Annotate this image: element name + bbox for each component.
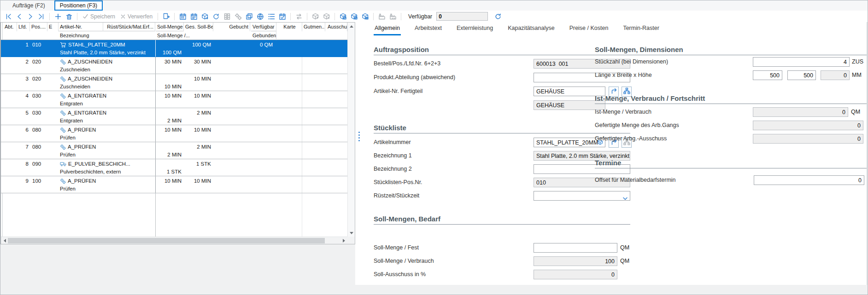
col-header-ausschuss[interactable]: Ausschu... [326, 23, 347, 31]
cell-artikel: E_PULVER_BESCHICH... [59, 160, 155, 168]
table-vertical-scrollbar[interactable] [347, 23, 355, 237]
box-lock-3-icon[interactable] [360, 12, 370, 21]
gefertigte-menge-field: 0 [753, 121, 863, 130]
scrollbar-thumb[interactable] [8, 238, 325, 243]
table-row[interactable]: 4 030 A_ENTGRATEN 10 MIN 10 MIN Entgrate… [1, 91, 347, 108]
table-row[interactable]: 6 080 A_PRÜFEN 10 MIN 10 MIN Prüfen [1, 125, 347, 142]
bestell-label: Bestell/Pos./Lfd.Nr. 6+2+3 [374, 60, 440, 67]
box-lock-1-icon[interactable] [338, 12, 348, 21]
list-details-icon[interactable] [266, 12, 276, 21]
col-header-gutmenge[interactable]: Gutmen... [302, 23, 325, 31]
table-row[interactable]: 7 080 A_PRÜFEN 2 MIN Prüfen 2 MIN [1, 142, 347, 159]
col-header-ges-soll-bed[interactable]: Ges. Soll-Bed... [184, 23, 213, 31]
tab-preise-kosten[interactable]: Preise / Kosten [569, 24, 610, 35]
scroll-right-icon[interactable] [340, 237, 347, 244]
artikel-text: STAHL_PLATTE_20MM [68, 40, 125, 49]
table-row[interactable]: 2 020 A_ZUSCHNEIDEN 30 MIN 30 MIN Zuschn… [1, 57, 347, 74]
tab-auftraege[interactable]: Aufträge (F2) [7, 0, 51, 11]
col-header-gebunden[interactable]: Gebunden [251, 31, 276, 40]
factory-2-icon[interactable] [388, 12, 398, 21]
col-header-artikel[interactable]: Artikel-Nr. [59, 23, 103, 31]
soll-menge-fest-field[interactable] [534, 243, 617, 253]
table-row[interactable]: 9 100 A_PRÜFEN 10 MIN 10 MIN Prüfen [1, 176, 347, 193]
table-row[interactable]: 8 090 E_PULVER_BESCHICH... 1 STK Pulverb… [1, 159, 347, 176]
first-record-button[interactable] [3, 12, 13, 21]
sync-icon[interactable] [211, 12, 221, 21]
box-adjust-icon[interactable] [311, 12, 320, 21]
gears-icon [60, 144, 66, 150]
col-header-abt[interactable]: Abt. [3, 23, 17, 31]
col-header-bezeichnung[interactable]: Bezeichnung [59, 31, 155, 40]
tab-externleistung[interactable]: Externleistung [456, 24, 494, 35]
section-heading-auftragsposition: Auftragsposition [374, 46, 630, 55]
gears-process-icon[interactable] [233, 12, 243, 21]
verfuegbar-label: Verfügbar [408, 13, 432, 20]
cell-ges-soll-bed: 100 QM [184, 40, 212, 49]
table-row[interactable]: 5 030 A_ENTGRATEN 2 MIN Entgraten 2 MIN [1, 108, 347, 125]
cell-lfd: 4 [17, 92, 30, 100]
copy-document-icon[interactable] [161, 12, 171, 21]
col-header-soll-menge[interactable]: Soll-Menge /... [156, 31, 202, 40]
add-button[interactable] [53, 12, 63, 21]
previous-record-button[interactable] [14, 12, 24, 21]
cell-soll-menge-fix: 10 MIN [156, 177, 183, 185]
globe-package-icon[interactable] [255, 12, 265, 21]
discard-button[interactable]: Verwerfen [118, 13, 154, 20]
cell-soll-menge-fix: 30 MIN [156, 58, 183, 66]
cell-bezeichnung: Prüfen [59, 185, 155, 193]
col-header-pos[interactable]: Pos.... [30, 23, 47, 31]
toolbar-separator [373, 13, 374, 20]
gears-icon [60, 76, 66, 82]
delete-button[interactable] [64, 12, 74, 21]
last-record-button[interactable] [36, 12, 46, 21]
box-lock-2-icon[interactable] [349, 12, 359, 21]
offset-materialbedarfstermin-field[interactable]: 0 [754, 175, 864, 185]
ruestzeit-dropdown[interactable] [534, 191, 630, 201]
offset-materialbedarfstermin-label: Offset für Materialbedarfstermin [595, 177, 676, 183]
breite-field[interactable]: 500 [787, 70, 816, 80]
scroll-down-icon[interactable] [348, 229, 355, 237]
toolbar-separator [158, 13, 158, 20]
col-header-e[interactable]: E [47, 23, 59, 31]
refresh-icon[interactable] [493, 12, 503, 21]
table-row[interactable]: 3 020 A_ZUSCHNEIDEN 10 MIN Zuschneiden 1… [1, 74, 347, 91]
laenge-field[interactable]: 500 [753, 70, 782, 80]
col-header-verfuegbar[interactable]: Verfügbar [251, 23, 276, 31]
cards-stack-icon[interactable] [244, 12, 254, 21]
gears-icon [60, 110, 66, 116]
chevron-down-icon[interactable] [622, 194, 628, 202]
verfuegbar-input[interactable]: 0 [436, 12, 488, 21]
tab-allgemein[interactable]: Allgemein [374, 24, 401, 35]
save-button[interactable]: Speichern [81, 13, 117, 20]
tab-positionen[interactable]: Positionen (F3) [54, 0, 103, 11]
scroll-up-icon[interactable] [348, 23, 355, 30]
table-row[interactable]: 1 010 STAHL_PLATTE_20MM 100 QM 0 QM Stah… [1, 40, 347, 57]
cell-soll-menge [156, 185, 183, 193]
archive-cabinet-icon[interactable] [222, 12, 232, 21]
panel-splitter[interactable] [355, 22, 363, 285]
tab-kapazitaetsanalyse[interactable]: Kapazitätsanalyse [507, 24, 555, 35]
col-header-gebucht[interactable]: Gebucht [213, 23, 250, 31]
scroll-left-icon[interactable] [1, 237, 8, 244]
cell-bezeichnung: Zuschneiden [59, 82, 155, 91]
box-dispatch-icon[interactable] [200, 12, 210, 21]
factory-1-icon[interactable] [377, 12, 387, 21]
transfer-arrows-icon[interactable] [294, 12, 304, 21]
next-record-button[interactable] [25, 12, 35, 21]
cell-pos: 080 [31, 126, 47, 134]
toolbar: Speichern Verwerfen Verfügbar 0 [0, 11, 868, 23]
discard-label: Verwerfen [128, 13, 152, 20]
tab-arbeitstext[interactable]: Arbeitstext [414, 24, 443, 35]
calendar-schedule-icon[interactable] [178, 12, 188, 21]
col-header-soll-menge-fix[interactable]: Soll-Menge fix [156, 23, 184, 31]
col-header-karte[interactable]: Karte [277, 23, 302, 31]
hoehe-field: 0 [821, 70, 850, 80]
col-header-ruest[interactable]: Rüst/Stück/Mat.Erf... [103, 23, 155, 31]
calendar-period-icon[interactable] [189, 12, 199, 21]
box-cancel-icon[interactable] [322, 12, 331, 21]
col-header-lfd[interactable]: Lfd. [17, 23, 30, 31]
stueckzahl-field[interactable]: 4 [753, 57, 850, 67]
table-horizontal-scrollbar[interactable] [1, 237, 355, 244]
tab-termin-raster[interactable]: Termin-Raster [622, 24, 660, 35]
calendar-confirm-icon[interactable] [277, 12, 287, 21]
